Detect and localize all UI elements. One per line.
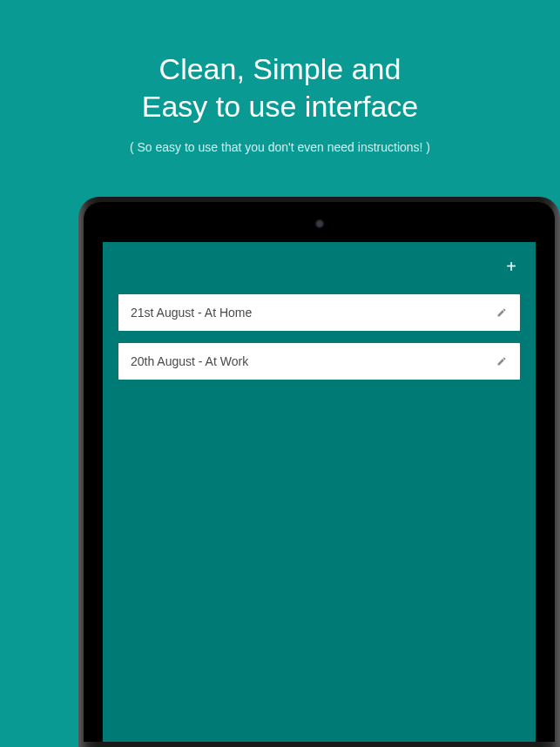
tablet-bezel: + 21st August - At Home 20th August - At… <box>84 202 555 742</box>
app-screen: + 21st August - At Home 20th August - At… <box>103 242 536 742</box>
headline: Clean, Simple and Easy to use interface <box>0 0 560 124</box>
tablet-frame: + 21st August - At Home 20th August - At… <box>78 197 560 747</box>
list-item[interactable]: 21st August - At Home <box>118 294 520 331</box>
list-item-label: 20th August - At Work <box>131 354 248 368</box>
edit-icon[interactable] <box>496 355 508 367</box>
list-item[interactable]: 20th August - At Work <box>118 343 520 380</box>
entries-list: 21st August - At Home 20th August - At W… <box>103 252 536 380</box>
headline-line-2: Easy to use interface <box>0 88 560 125</box>
add-button[interactable]: + <box>503 258 520 275</box>
list-item-label: 21st August - At Home <box>131 306 252 320</box>
subheadline: ( So easy to use that you don't even nee… <box>0 140 560 154</box>
edit-icon[interactable] <box>496 306 508 319</box>
camera-icon <box>315 219 324 228</box>
plus-icon: + <box>506 257 516 277</box>
headline-line-1: Clean, Simple and <box>0 50 560 88</box>
